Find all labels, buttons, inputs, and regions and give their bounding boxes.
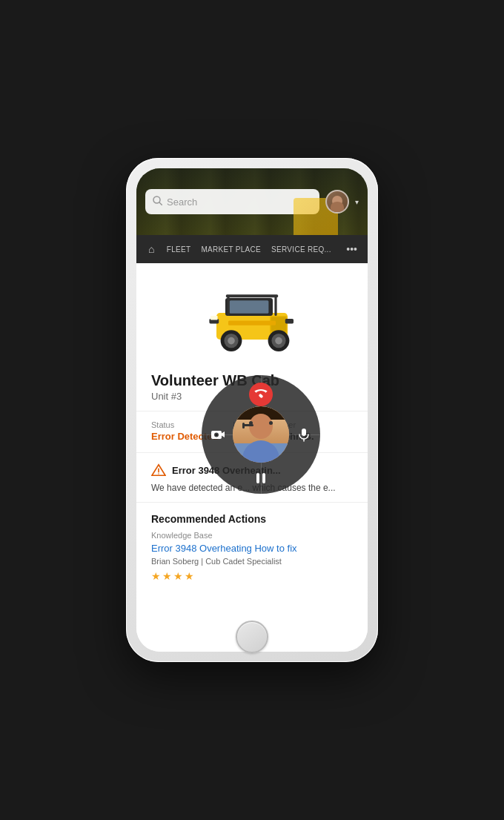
- kb-link[interactable]: Error 3948 Overheating How to fix: [151, 543, 353, 554]
- svg-point-17: [275, 337, 282, 345]
- actions-section: Recommended Actions Knowledge Base Error…: [136, 503, 368, 592]
- header-background: Search ▾: [136, 168, 368, 235]
- nav-more-button[interactable]: •••: [342, 239, 362, 259]
- kb-label: Knowledge Base: [151, 531, 353, 540]
- nav-item-fleet[interactable]: FLEET: [162, 241, 196, 258]
- end-call-button[interactable]: [249, 383, 273, 406]
- rating-stars: ★★★★: [151, 570, 353, 582]
- call-circle: [202, 375, 320, 494]
- search-icon: [153, 196, 162, 208]
- vehicle-illustration: [193, 278, 311, 360]
- user-avatar[interactable]: [325, 190, 349, 214]
- svg-rect-11: [285, 319, 294, 323]
- svg-rect-26: [262, 473, 265, 483]
- mic-button[interactable]: [296, 427, 311, 442]
- phone-frame: Search ▾ ⌂ FLEET MARKET PLACE SERVICE RE…: [126, 158, 378, 662]
- svg-rect-6: [274, 295, 276, 316]
- nav-item-marketplace[interactable]: MARKET PLACE: [196, 241, 265, 258]
- kb-author: Brian Soberg | Cub Cadet Specialist: [151, 557, 353, 566]
- svg-rect-22: [259, 393, 264, 398]
- svg-point-14: [228, 337, 235, 345]
- svg-rect-5: [227, 295, 229, 316]
- actions-title: Recommended Actions: [151, 513, 353, 525]
- svg-rect-23: [302, 429, 306, 436]
- navigation-bar: ⌂ FLEET MARKET PLACE SERVICE REQ... •••: [136, 235, 368, 263]
- call-overlay[interactable]: [202, 375, 320, 494]
- agent-face: [233, 406, 289, 463]
- nav-item-service[interactable]: SERVICE REQ...: [267, 241, 336, 258]
- svg-rect-19: [228, 320, 276, 325]
- svg-point-29: [216, 434, 218, 436]
- chevron-down-icon: ▾: [355, 198, 359, 206]
- pause-button[interactable]: [253, 470, 269, 486]
- search-bar[interactable]: Search: [145, 189, 319, 214]
- nav-item-home[interactable]: ⌂: [142, 239, 161, 259]
- warning-icon: [151, 463, 166, 477]
- search-placeholder: Search: [167, 196, 197, 208]
- svg-rect-25: [256, 473, 259, 483]
- camera-button[interactable]: [210, 429, 225, 440]
- svg-line-1: [159, 202, 162, 205]
- home-button[interactable]: [236, 621, 268, 653]
- svg-rect-4: [230, 300, 269, 314]
- main-content: Volunteer WB Cab Unit #3 Status Error De…: [136, 263, 368, 652]
- svg-point-21: [158, 473, 159, 474]
- end-call-icon[interactable]: [249, 383, 273, 406]
- vehicle-image-area: [136, 263, 368, 367]
- svg-rect-7: [226, 294, 278, 297]
- phone-screen: Search ▾ ⌂ FLEET MARKET PLACE SERVICE RE…: [136, 168, 368, 652]
- svg-rect-18: [210, 316, 218, 320]
- call-agent-avatar: [233, 406, 289, 463]
